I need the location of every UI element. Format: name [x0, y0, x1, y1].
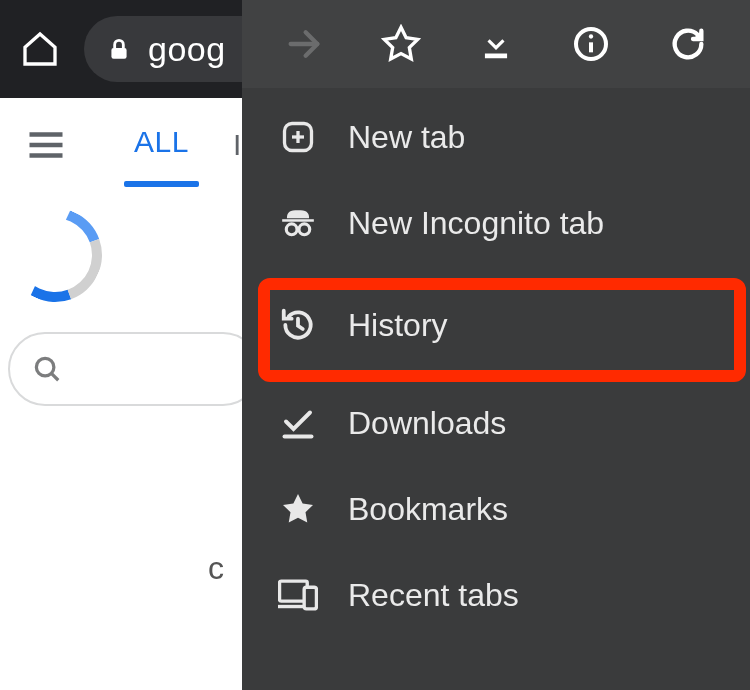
svg-point-10: [589, 34, 593, 38]
devices-icon: [278, 578, 318, 612]
svg-rect-21: [304, 587, 316, 609]
tab-all[interactable]: ALL: [130, 125, 193, 165]
hamburger-icon[interactable]: [28, 131, 64, 159]
address-text: goog: [148, 30, 226, 69]
menu-item-label: New tab: [348, 119, 465, 156]
download-icon[interactable]: [477, 25, 515, 63]
star-outline-icon[interactable]: [381, 24, 421, 64]
incognito-icon: [278, 204, 318, 242]
info-icon[interactable]: [571, 24, 611, 64]
svg-point-4: [36, 358, 54, 376]
plus-box-icon: [278, 119, 318, 155]
reload-icon[interactable]: [668, 24, 708, 64]
svg-line-5: [51, 373, 58, 380]
tab-all-label: ALL: [134, 125, 189, 158]
menu-item-history[interactable]: History: [242, 282, 750, 368]
menu-item-bookmarks[interactable]: Bookmarks: [242, 466, 750, 552]
search-icon: [32, 354, 62, 384]
menu-item-recent-tabs[interactable]: Recent tabs: [242, 552, 750, 638]
forward-icon[interactable]: [284, 24, 324, 64]
svg-rect-7: [485, 54, 507, 59]
overflow-menu: New tab New Incognito tab: [242, 0, 750, 690]
search-input[interactable]: [8, 332, 260, 406]
menu-item-label: Bookmarks: [348, 491, 508, 528]
menu-item-label: History: [348, 307, 448, 344]
menu-list: New tab New Incognito tab: [242, 88, 750, 638]
history-icon: [278, 306, 318, 344]
svg-marker-18: [283, 494, 313, 523]
star-icon: [278, 491, 318, 527]
svg-rect-0: [111, 48, 126, 59]
menu-item-label: Recent tabs: [348, 577, 519, 614]
checkmark-icon: [278, 406, 318, 440]
menu-item-incognito[interactable]: New Incognito tab: [242, 180, 750, 266]
lock-icon: [106, 34, 132, 64]
svg-marker-6: [384, 27, 417, 59]
menu-item-label: Downloads: [348, 405, 506, 442]
menu-toolbar: [242, 0, 750, 88]
menu-item-label: New Incognito tab: [348, 205, 604, 242]
tab-underline: [124, 181, 199, 187]
svg-point-15: [286, 224, 297, 235]
home-icon[interactable]: [20, 29, 60, 69]
menu-item-downloads[interactable]: Downloads: [242, 380, 750, 466]
menu-item-new-tab[interactable]: New tab: [242, 94, 750, 180]
svg-point-16: [299, 224, 310, 235]
